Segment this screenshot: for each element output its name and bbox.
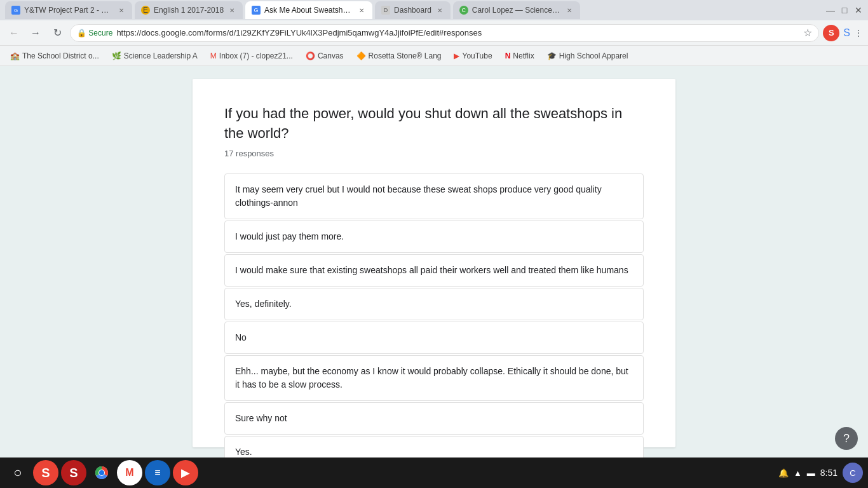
taskbar-icon-s1[interactable]: S xyxy=(33,460,58,485)
taskbar: ○ S S M ≡ ▶ 🔔 ▲ ▬ 8:51 C xyxy=(0,458,868,488)
maximize-button[interactable]: □ xyxy=(840,6,849,15)
tab-close-ask[interactable]: ✕ xyxy=(357,6,366,15)
tab-favicon-ytw: G xyxy=(11,6,20,15)
reload-button[interactable]: ↻ xyxy=(48,24,66,42)
response-item: I would make sure that existing sweatsho… xyxy=(224,254,644,287)
url-bar[interactable]: 🔒 Secure https://docs.google.com/forms/d… xyxy=(70,24,819,42)
tab-ytw[interactable]: G Y&TW Project Part 2 - G... ✕ xyxy=(5,1,132,19)
response-item: Sure why not xyxy=(224,402,644,435)
bookmark-label-science: Science Leadership A xyxy=(124,51,198,60)
response-item: I would just pay them more. xyxy=(224,220,644,253)
bookmark-favicon-school: 🏫 xyxy=(10,51,20,60)
address-bar: ← → ↻ 🔒 Secure https://docs.google.com/f… xyxy=(0,20,868,46)
bookmark-favicon-highschool: 🎓 xyxy=(547,51,557,60)
taskbar-icon-launcher[interactable]: ○ xyxy=(5,460,31,485)
more-button[interactable]: ⋮ xyxy=(854,28,863,38)
bookmark-label-highschool: High School Apparel xyxy=(559,51,628,60)
tab-label-carol: Carol Lopez — Science L... xyxy=(472,6,561,15)
bookmark-favicon-netflix: N xyxy=(505,51,511,60)
tab-english[interactable]: E English 1 2017-2018 ✕ xyxy=(135,1,243,19)
bookmark-rosetta[interactable]: 🔶 Rosetta Stone® Lang xyxy=(351,50,447,62)
bookmark-favicon-inbox: M xyxy=(210,51,217,60)
svg-point-2 xyxy=(99,470,104,475)
response-item: It may seem very cruel but I would not b… xyxy=(224,173,644,219)
bookmark-label-netflix: Netflix xyxy=(513,51,534,60)
bookmark-favicon-rosetta: 🔶 xyxy=(356,51,366,60)
bookmark-favicon-canvas: ⭕ xyxy=(306,51,315,60)
taskbar-icon-chrome[interactable] xyxy=(89,460,114,485)
close-button[interactable]: ✕ xyxy=(854,6,863,15)
secure-indicator: 🔒 Secure xyxy=(77,29,112,37)
taskbar-icon-docs[interactable]: ≡ xyxy=(145,460,170,485)
wifi-icon: ▲ xyxy=(794,468,802,478)
bookmark-label-canvas: Canvas xyxy=(318,51,344,60)
help-button[interactable]: ? xyxy=(835,427,858,450)
minimize-button[interactable]: — xyxy=(826,6,835,15)
bookmark-star[interactable]: ☆ xyxy=(803,27,812,39)
tab-close-english[interactable]: ✕ xyxy=(227,6,236,15)
taskbar-icon-youtube[interactable]: ▶ xyxy=(173,460,198,485)
bookmark-science[interactable]: 🌿 Science Leadership A xyxy=(107,50,203,62)
clock: 8:51 xyxy=(820,468,837,478)
back-button[interactable]: ← xyxy=(5,24,23,42)
tab-close-carol[interactable]: ✕ xyxy=(565,6,574,15)
bookmark-label-youtube: YouTube xyxy=(462,51,492,60)
response-item: Yes, definitely. xyxy=(224,288,644,320)
tab-dashboard[interactable]: D Dashboard ✕ xyxy=(375,1,451,19)
taskbar-right: 🔔 ▲ ▬ 8:51 C xyxy=(778,463,863,483)
window-controls: — □ ✕ xyxy=(826,6,863,15)
tab-ask[interactable]: G Ask Me About Sweatshо... ✕ xyxy=(245,1,372,19)
url-text: https://docs.google.com/forms/d/1i29ZKfY… xyxy=(116,28,799,37)
bookmark-favicon-science: 🌿 xyxy=(112,51,121,60)
bookmark-school[interactable]: 🏫 The School District o... xyxy=(5,50,104,62)
content-card: If you had the power, would you shut dow… xyxy=(193,79,675,447)
bookmark-netflix[interactable]: N Netflix xyxy=(500,50,539,62)
taskbar-notification-icon[interactable]: 🔔 xyxy=(778,468,789,478)
bookmark-inbox[interactable]: M Inbox (7) - clopez21... xyxy=(205,50,298,62)
taskbar-icon-s2[interactable]: S xyxy=(61,460,86,485)
response-count: 17 responses xyxy=(224,149,644,158)
battery-icon: ▬ xyxy=(807,468,815,478)
taskbar-icon-gmail[interactable]: M xyxy=(117,460,142,485)
tab-label-ask: Ask Me About Sweatshо... xyxy=(264,6,353,15)
bookmark-label-inbox: Inbox (7) - clopez21... xyxy=(219,51,293,60)
tab-carol[interactable]: C Carol Lopez — Science L... ✕ xyxy=(453,1,580,19)
tab-close-ytw[interactable]: ✕ xyxy=(117,6,126,15)
bookmark-canvas[interactable]: ⭕ Canvas xyxy=(301,50,349,62)
response-item: No xyxy=(224,322,644,354)
bookmark-highschool[interactable]: 🎓 High School Apparel xyxy=(542,50,634,62)
bookmark-label-rosetta: Rosetta Stone® Lang xyxy=(369,51,442,60)
tab-favicon-english: E xyxy=(141,6,150,15)
tab-favicon-carol: C xyxy=(459,6,468,15)
bookmark-label-school: The School District o... xyxy=(22,51,99,60)
tab-favicon-ask: G xyxy=(252,6,261,15)
response-item: Ehh... maybe, but the economy as I know … xyxy=(224,355,644,401)
question-title: If you had the power, would you shut dow… xyxy=(224,104,644,144)
tab-label-dashboard: Dashboard xyxy=(394,6,431,15)
extensions-button[interactable]: S xyxy=(843,27,850,39)
responses-container: It may seem very cruel but I would not b… xyxy=(224,173,644,458)
user-avatar-taskbar[interactable]: C xyxy=(843,463,863,483)
response-item: Yes. xyxy=(224,436,644,458)
title-bar: G Y&TW Project Part 2 - G... ✕ E English… xyxy=(0,0,868,20)
tab-label-ytw: Y&TW Project Part 2 - G... xyxy=(24,6,113,15)
bookmarks-bar: 🏫 The School District o... 🌿 Science Lea… xyxy=(0,46,868,66)
bookmark-youtube[interactable]: ▶ YouTube xyxy=(449,50,497,62)
tab-favicon-dashboard: D xyxy=(381,6,390,15)
tab-label-english: English 1 2017-2018 xyxy=(154,6,224,15)
profile-button[interactable]: S xyxy=(823,25,839,41)
forward-button[interactable]: → xyxy=(27,24,44,42)
bookmark-favicon-youtube: ▶ xyxy=(454,51,459,60)
main-area: If you had the power, would you shut dow… xyxy=(0,66,868,458)
tab-close-dashboard[interactable]: ✕ xyxy=(435,6,444,15)
